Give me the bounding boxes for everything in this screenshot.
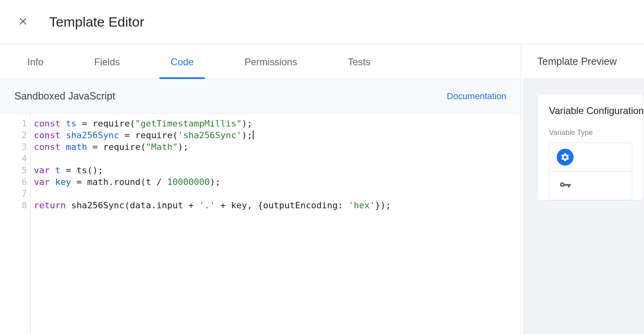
tab-tests[interactable]: Tests [336, 56, 382, 79]
code-line[interactable] [34, 153, 521, 164]
code-token: const [34, 130, 60, 140]
line-number: 1 [0, 118, 27, 129]
code-line[interactable]: const math = require("Math"); [34, 141, 521, 153]
code-token: = require( [76, 118, 135, 129]
code-token: ); [242, 130, 253, 140]
code-area[interactable]: const ts = require("getTimestampMillis")… [31, 114, 521, 334]
code-token: var [34, 177, 50, 187]
header-bar: Template Editor [0, 0, 644, 44]
variable-type-option[interactable] [549, 143, 632, 171]
code-token: const [34, 142, 60, 152]
tab-bar: InfoFieldsCodePermissionsTests [0, 44, 521, 79]
code-token: "getTimestampMillis" [135, 118, 242, 129]
page-title: Template Editor [49, 14, 144, 30]
line-number: 6 [0, 176, 27, 188]
close-button[interactable] [16, 15, 30, 29]
code-token [50, 177, 55, 187]
code-token: key [55, 177, 71, 187]
documentation-link[interactable]: Documentation [447, 91, 506, 102]
code-token [60, 142, 66, 152]
code-token: sha256Sync [66, 130, 119, 140]
code-line[interactable] [34, 188, 521, 199]
code-token [60, 118, 66, 129]
code-token: 'sha256Sync' [178, 130, 242, 140]
content-row: InfoFieldsCodePermissionsTests Sandboxed… [0, 44, 644, 334]
code-token: t [55, 165, 60, 175]
code-token [60, 130, 66, 140]
code-token: const [34, 118, 60, 129]
line-number: 2 [0, 129, 27, 141]
code-token: 10000000 [167, 177, 210, 187]
code-line[interactable]: var key = math.round(t / 10000000); [34, 176, 521, 188]
code-line[interactable]: const ts = require("getTimestampMillis")… [34, 118, 521, 129]
code-token: = math.round(t / [71, 177, 167, 187]
code-token: ts [66, 118, 76, 129]
code-token: 'hex' [349, 200, 375, 210]
section-title: Sandboxed JavaScript [14, 90, 115, 102]
code-line[interactable]: var t = ts(); [34, 164, 521, 176]
line-number: 8 [0, 199, 27, 211]
tab-permissions[interactable]: Permissions [233, 56, 308, 79]
line-number: 7 [0, 188, 27, 199]
side-header: Template Preview [523, 44, 644, 79]
tab-code[interactable]: Code [159, 56, 205, 79]
gear-icon [557, 149, 574, 166]
variable-type-option[interactable] [549, 171, 632, 200]
code-token: ); [178, 142, 189, 152]
tab-fields[interactable]: Fields [83, 56, 131, 79]
line-number-gutter: 12345678 [0, 114, 31, 334]
line-number: 4 [0, 153, 27, 164]
code-token: = require( [119, 130, 178, 140]
code-token: + key, {outputEncoding: [215, 200, 348, 210]
code-token: = require( [87, 142, 146, 152]
text-cursor [253, 131, 254, 139]
code-line[interactable]: const sha256Sync = require('sha256Sync')… [34, 129, 521, 141]
close-icon [17, 16, 29, 29]
tab-info[interactable]: Info [16, 56, 55, 79]
side-column: Template Preview Variable Configuration … [521, 44, 644, 334]
card-title: Variable Configuration [549, 105, 632, 116]
app-root: Template Editor InfoFieldsCodePermission… [0, 0, 644, 334]
code-token: var [34, 165, 50, 175]
code-editor[interactable]: 12345678 const ts = require("getTimestam… [0, 114, 521, 334]
code-token: return [34, 200, 66, 210]
key-icon [557, 177, 574, 194]
code-line[interactable]: return sha256Sync(data.input + '.' + key… [34, 199, 521, 211]
code-token: math [66, 142, 87, 152]
main-column: InfoFieldsCodePermissionsTests Sandboxed… [0, 44, 521, 334]
code-token: ); [242, 118, 253, 129]
code-token: '.' [199, 200, 215, 210]
section-bar: Sandboxed JavaScript Documentation [0, 79, 521, 114]
code-token: = ts(); [60, 165, 103, 175]
code-token: "Math" [146, 142, 178, 152]
line-number: 3 [0, 141, 27, 153]
code-token: ); [210, 177, 221, 187]
line-number: 5 [0, 164, 27, 176]
preview-card: Variable Configuration Variable Type [537, 93, 644, 201]
code-token: }); [375, 200, 391, 210]
side-body: Variable Configuration Variable Type [523, 79, 644, 334]
code-token: sha256Sync(data.input + [66, 200, 199, 210]
field-label: Variable Type [549, 129, 632, 137]
code-token [50, 165, 55, 175]
